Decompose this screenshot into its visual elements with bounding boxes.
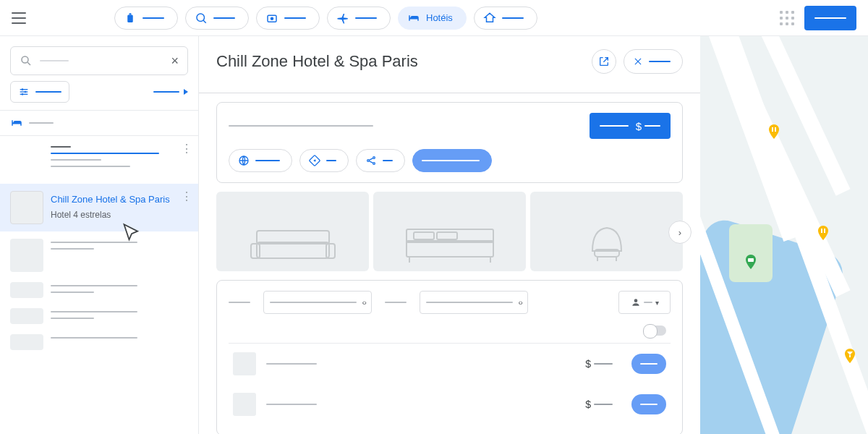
map-pin-restaurant[interactable] (765, 123, 783, 140)
close-icon (633, 56, 643, 67)
photo-gallery: › (216, 192, 683, 271)
directions-button[interactable] (299, 149, 349, 172)
nav-explore[interactable] (185, 7, 249, 30)
apps-button[interactable] (780, 11, 794, 25)
free-cancellation-toggle[interactable] (644, 326, 666, 336)
provider-name (266, 404, 317, 405)
external-link-icon (598, 56, 610, 67)
result-item[interactable] (0, 231, 198, 279)
guests-input[interactable]: ▾ (618, 291, 671, 314)
home-icon (483, 12, 496, 25)
result-thumbnail (10, 308, 43, 324)
gallery-image[interactable] (373, 192, 526, 271)
date-stepper[interactable]: ‹ › (519, 298, 522, 307)
share-icon (365, 155, 377, 166)
result-subtitle: Hotel 4 estrelas (51, 210, 188, 220)
nav-hotels[interactable]: Hotéis (398, 7, 467, 30)
checkout-date-input[interactable]: ‹ › (420, 291, 528, 314)
check-availability-button[interactable] (412, 149, 492, 172)
svg-rect-42 (748, 258, 754, 262)
result-thumbnail (10, 282, 43, 298)
svg-rect-27 (407, 241, 493, 257)
svg-line-21 (369, 158, 373, 161)
deals-list: $ $ (229, 343, 671, 425)
gallery-image[interactable] (216, 192, 369, 271)
svg-point-5 (271, 17, 274, 20)
view-more-link[interactable] (153, 89, 188, 95)
nav-things-to-do[interactable] (256, 7, 320, 30)
map-pin-restaurant[interactable] (814, 224, 832, 242)
booking-card: ‹ › ‹ › ▾ $ (216, 280, 683, 434)
deal-row: $ (229, 384, 671, 425)
result-title: Chill Zone Hotel & Spa Paris (51, 194, 188, 205)
nav-hotels-label: Hotéis (426, 12, 453, 23)
deal-go-button[interactable] (631, 394, 666, 414)
result-more-button[interactable]: ⋮ (181, 190, 192, 203)
svg-rect-37 (772, 127, 773, 132)
chevron-right-icon (184, 89, 188, 95)
results-sidebar: × ⋮ ⋮ Chill Zo (0, 36, 199, 434)
nav-flights[interactable] (327, 7, 391, 30)
gallery-image[interactable] (530, 192, 683, 271)
result-item[interactable] (0, 305, 198, 331)
svg-rect-41 (849, 355, 851, 357)
directions-icon (309, 155, 320, 166)
checkout-label (385, 302, 407, 303)
date-stepper[interactable]: ‹ › (362, 298, 365, 307)
checkin-date-input[interactable]: ‹ › (263, 291, 372, 314)
search-icon (20, 54, 33, 67)
svg-line-7 (27, 62, 30, 65)
gallery-next-button[interactable]: › (668, 221, 692, 244)
svg-rect-40 (824, 229, 825, 233)
map-pin-hotel[interactable] (742, 253, 760, 271)
bed-icon (10, 116, 23, 129)
svg-point-36 (634, 299, 637, 302)
result-item[interactable] (0, 279, 198, 305)
provider-logo (233, 352, 256, 375)
clear-search-button[interactable]: × (171, 54, 179, 69)
nav-travel[interactable] (114, 7, 178, 30)
sponsored-result[interactable]: ⋮ (0, 136, 198, 184)
result-more-button[interactable]: ⋮ (181, 142, 192, 156)
svg-rect-39 (821, 229, 822, 233)
map-pin-bar[interactable] (841, 347, 859, 365)
view-deal-button[interactable]: $ (590, 113, 671, 139)
result-item-selected[interactable]: ⋮ Chill Zone Hotel & Spa Paris Hotel 4 e… (0, 184, 198, 231)
share-button[interactable] (356, 149, 405, 172)
website-button[interactable] (229, 149, 292, 172)
close-detail-button[interactable] (624, 49, 683, 74)
svg-point-20 (373, 163, 375, 165)
detail-title: Chill Zone Hotel & Spa Paris (216, 52, 418, 71)
open-external-button[interactable] (592, 49, 616, 74)
provider-name (266, 363, 317, 365)
deal-go-button[interactable] (631, 354, 666, 374)
menu-button[interactable] (12, 12, 26, 24)
filters-button[interactable] (10, 81, 69, 103)
results-section-header (0, 110, 198, 136)
bed-icon (407, 12, 420, 25)
detail-tabs (199, 74, 700, 93)
result-thumbnail (10, 191, 43, 224)
map-panel[interactable] (700, 36, 868, 434)
result-thumbnail (10, 239, 43, 272)
search-input[interactable]: × (10, 46, 188, 75)
svg-rect-1 (129, 13, 132, 14)
svg-rect-0 (127, 14, 133, 22)
product-nav: Hotéis (114, 7, 537, 30)
deal-row: $ (229, 344, 671, 384)
svg-point-13 (22, 93, 24, 95)
result-item[interactable] (0, 331, 198, 357)
deal-price: $ (585, 399, 613, 410)
bed-illustration (399, 222, 501, 265)
result-thumbnail (10, 334, 43, 350)
sign-in-button[interactable] (804, 6, 856, 30)
svg-point-11 (22, 88, 24, 90)
svg-rect-23 (257, 242, 329, 258)
svg-rect-26 (326, 244, 335, 258)
svg-point-6 (22, 56, 28, 63)
svg-point-19 (373, 157, 375, 159)
summary-text (229, 125, 373, 127)
svg-point-2 (197, 14, 205, 22)
svg-rect-38 (775, 127, 776, 132)
nav-rentals[interactable] (474, 7, 537, 30)
